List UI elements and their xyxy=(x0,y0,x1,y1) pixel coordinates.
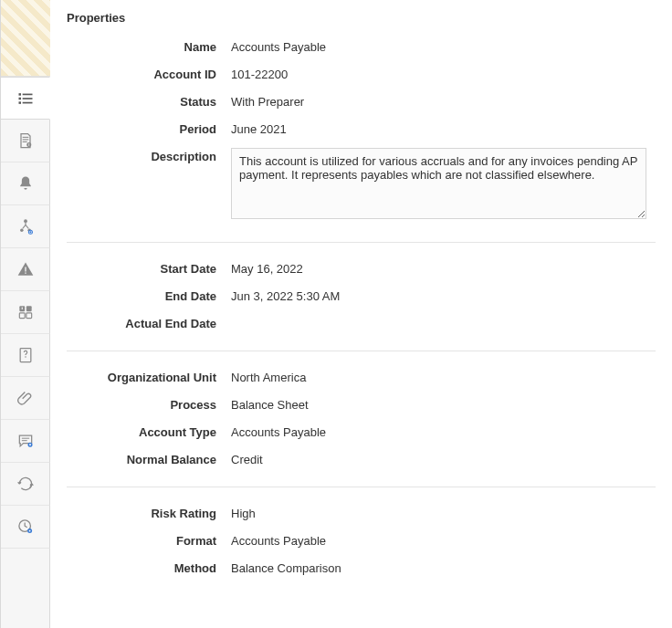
svg-rect-0 xyxy=(18,93,21,96)
svg-rect-24 xyxy=(21,438,28,439)
svg-rect-10 xyxy=(28,143,29,144)
row-name: Name Accounts Payable xyxy=(67,34,656,61)
svg-rect-16 xyxy=(25,267,26,272)
value-start-date: May 16, 2022 xyxy=(231,260,656,278)
nav-warnings[interactable] xyxy=(1,248,50,291)
svg-point-29 xyxy=(28,530,30,532)
workflow-icon xyxy=(16,217,35,236)
nav-workflow[interactable] xyxy=(1,205,50,248)
label-normal-balance: Normal Balance xyxy=(67,451,231,469)
nav-comments[interactable] xyxy=(1,420,50,463)
label-period: Period xyxy=(67,120,231,139)
svg-rect-7 xyxy=(22,139,28,140)
row-description: Description xyxy=(67,143,656,229)
value-risk-rating: High xyxy=(231,505,656,523)
svg-rect-4 xyxy=(18,101,21,104)
question-icon xyxy=(16,346,35,364)
row-period: Period June 2021 xyxy=(67,116,656,143)
rail-spacer xyxy=(1,549,50,628)
nav-history[interactable] xyxy=(1,463,50,506)
svg-rect-2 xyxy=(18,97,21,99)
svg-rect-20 xyxy=(19,313,25,319)
value-format: Accounts Payable xyxy=(231,532,656,550)
svg-rect-3 xyxy=(22,98,32,99)
label-name: Name xyxy=(67,38,231,57)
row-format: Format Accounts Payable xyxy=(67,528,656,555)
label-org-unit: Organizational Unit xyxy=(67,369,231,387)
separator xyxy=(67,242,656,243)
nav-attributes[interactable] xyxy=(1,291,50,334)
row-account-type: Account Type Accounts Payable xyxy=(67,419,656,446)
attributes-icon xyxy=(16,303,35,321)
svg-rect-8 xyxy=(22,141,26,142)
row-org-unit: Organizational Unit North America xyxy=(67,364,656,392)
svg-point-23 xyxy=(25,356,26,358)
bell-icon xyxy=(16,174,35,193)
row-end-date: End Date Jun 3, 2022 5:30 AM xyxy=(67,283,656,310)
label-risk-rating: Risk Rating xyxy=(67,505,231,523)
label-process: Process xyxy=(67,396,231,414)
row-process: Process Balance Sheet xyxy=(67,392,656,419)
row-normal-balance: Normal Balance Credit xyxy=(67,446,656,474)
label-format: Format xyxy=(67,532,231,550)
app-root: Properties Name Accounts Payable Account… xyxy=(0,0,672,628)
value-account-type: Accounts Payable xyxy=(231,424,656,442)
svg-rect-19 xyxy=(26,306,31,311)
nav-prior[interactable] xyxy=(1,506,50,549)
value-name: Accounts Payable xyxy=(231,38,656,57)
properties-panel: Properties Name Accounts Payable Account… xyxy=(50,0,672,628)
clock-gear-icon xyxy=(16,518,35,536)
value-process: Balance Sheet xyxy=(231,396,656,414)
nav-attachments[interactable] xyxy=(1,377,50,420)
comment-icon xyxy=(16,432,35,450)
warning-icon xyxy=(16,260,35,278)
label-method: Method xyxy=(67,560,231,578)
row-account-id: Account ID 101-22200 xyxy=(67,61,656,89)
label-actual-end-date: Actual End Date xyxy=(67,315,231,333)
separator xyxy=(67,487,656,487)
paperclip-icon xyxy=(16,389,35,407)
label-start-date: Start Date xyxy=(67,260,231,278)
svg-point-15 xyxy=(27,230,32,235)
svg-rect-1 xyxy=(22,93,32,95)
row-risk-rating: Risk Rating High xyxy=(67,500,656,528)
nav-alerts[interactable] xyxy=(1,162,50,205)
side-rail xyxy=(0,0,50,628)
separator xyxy=(67,351,656,351)
value-status: With Preparer xyxy=(231,93,656,111)
row-status: Status With Preparer xyxy=(67,89,656,116)
svg-rect-17 xyxy=(25,273,26,274)
value-end-date: Jun 3, 2022 5:30 AM xyxy=(231,288,656,306)
svg-point-13 xyxy=(20,228,24,232)
row-start-date: Start Date May 16, 2022 xyxy=(67,256,656,283)
row-method: Method Balance Comparison xyxy=(67,555,656,582)
value-account-id: 101-22200 xyxy=(231,66,656,84)
rail-thumbnail xyxy=(1,0,50,77)
value-period: June 2021 xyxy=(231,120,656,139)
nav-properties[interactable] xyxy=(1,77,50,120)
list-icon xyxy=(16,89,35,108)
panel-title: Properties xyxy=(67,11,656,25)
value-method: Balance Comparison xyxy=(231,560,656,578)
value-org-unit: North America xyxy=(231,369,656,387)
svg-rect-25 xyxy=(21,440,26,441)
nav-instructions[interactable] xyxy=(1,120,50,162)
nav-questions[interactable] xyxy=(1,334,50,377)
svg-point-12 xyxy=(24,219,27,223)
document-info-icon xyxy=(16,131,35,150)
label-account-type: Account Type xyxy=(67,424,231,442)
label-account-id: Account ID xyxy=(67,66,231,84)
svg-rect-6 xyxy=(22,137,28,138)
description-textarea[interactable] xyxy=(231,148,646,219)
label-end-date: End Date xyxy=(67,288,231,306)
value-normal-balance: Credit xyxy=(231,451,656,469)
history-icon xyxy=(16,475,35,493)
svg-rect-11 xyxy=(28,144,29,146)
label-description: Description xyxy=(67,148,231,166)
row-actual-end-date: Actual End Date xyxy=(67,310,656,338)
svg-rect-5 xyxy=(22,101,32,103)
label-status: Status xyxy=(67,93,231,111)
